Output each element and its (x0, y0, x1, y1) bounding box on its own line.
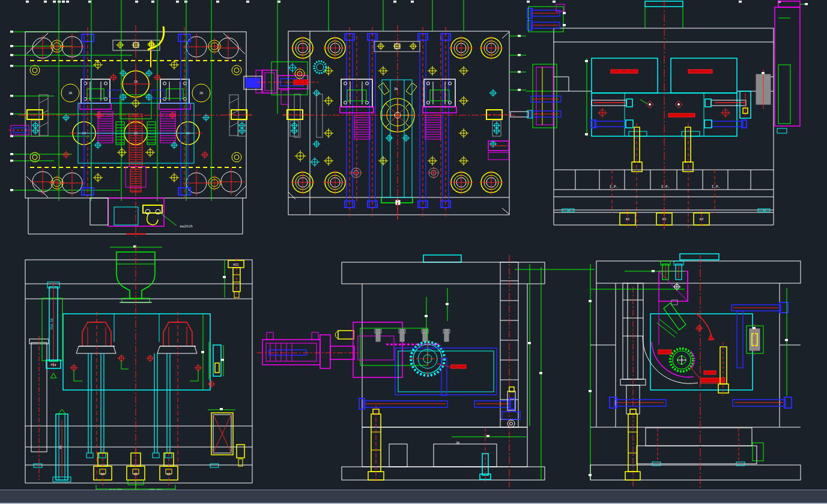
svg-text:M12: M12 (233, 263, 238, 266)
svg-text:2R: 2R (199, 91, 204, 95)
svg-text:KO: KO (101, 472, 105, 476)
svg-text:2R: 2R (394, 87, 398, 91)
view-bottom-middle-section[interactable]: 2R (257, 255, 595, 487)
status-bar (0, 490, 827, 503)
svg-text:PG4-10: PG4-10 (50, 319, 53, 329)
svg-text:2R: 2R (456, 441, 460, 445)
view-top-middle-plan[interactable]: 2R (244, 0, 526, 220)
svg-text:switch: switch (180, 224, 193, 228)
svg-text:I.P.: I.P. (712, 184, 720, 188)
view-bottom-right-section[interactable] (589, 254, 801, 489)
cad-viewport: 2R2R2R2R2R2Rswitch2RI.P.I.P.I.P.KOKOKOPG… (0, 0, 827, 504)
view-top-right-section[interactable]: I.P.I.P.I.P.KOKOKO (510, 0, 808, 229)
svg-text:KO: KO (134, 472, 138, 476)
view-bottom-left-section[interactable]: PG4-10P54R5KOKOKOBLF-325325 CRSM12 (25, 245, 252, 490)
svg-text:P54: P54 (50, 363, 56, 367)
svg-text:2R: 2R (68, 91, 73, 95)
view-top-left-plan[interactable]: 2R2R2R2R2R2Rswitch (8, 0, 252, 237)
svg-text:KO: KO (167, 472, 171, 476)
svg-text:I.P.: I.P. (610, 184, 618, 188)
edge-callouts[interactable] (10, 1, 781, 191)
drawing-canvas[interactable]: 2R2R2R2R2R2Rswitch2RI.P.I.P.I.P.KOKOKOPG… (0, 0, 827, 490)
svg-text:I.P.: I.P. (661, 184, 670, 188)
